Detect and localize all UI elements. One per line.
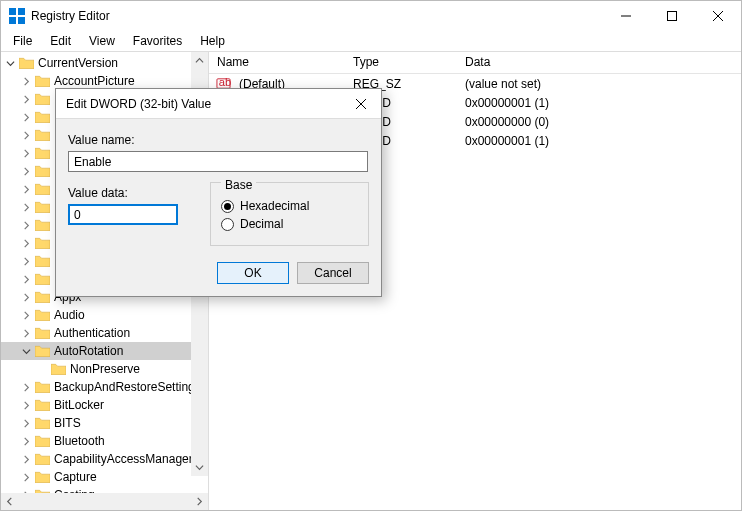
scroll-right-icon[interactable] <box>191 493 208 510</box>
folder-icon <box>34 164 50 178</box>
button-label: OK <box>244 266 261 280</box>
folder-icon <box>34 92 50 106</box>
menu-view[interactable]: View <box>81 32 123 50</box>
close-button[interactable] <box>695 1 741 31</box>
chevron-right-icon[interactable] <box>19 236 33 250</box>
base-legend: Base <box>221 178 256 192</box>
tree-horizontal-scrollbar[interactable] <box>1 493 208 510</box>
window-title: Registry Editor <box>31 9 603 23</box>
ok-button[interactable]: OK <box>217 262 289 284</box>
chevron-right-icon[interactable] <box>19 92 33 106</box>
svg-text:ab: ab <box>218 76 230 88</box>
chevron-right-icon[interactable] <box>19 74 33 88</box>
chevron-right-icon[interactable] <box>19 254 33 268</box>
menu-help[interactable]: Help <box>192 32 233 50</box>
tree-label: NonPreserve <box>70 362 140 376</box>
dialog-body: Value name: Value data: Base Hexadecimal <box>56 119 381 296</box>
tree-label: AccountPicture <box>54 74 135 88</box>
folder-icon <box>34 344 50 358</box>
cell-data: 0x00000000 (0) <box>457 115 741 129</box>
chevron-right-icon[interactable] <box>19 488 33 493</box>
tree-item[interactable]: Capture <box>1 468 208 486</box>
chevron-right-icon[interactable] <box>19 218 33 232</box>
folder-icon <box>34 470 50 484</box>
folder-icon <box>34 218 50 232</box>
chevron-right-icon[interactable] <box>19 164 33 178</box>
tree-item[interactable]: BackupAndRestoreSettings <box>1 378 208 396</box>
scroll-up-icon[interactable] <box>191 52 208 69</box>
folder-icon <box>34 74 50 88</box>
column-data[interactable]: Data <box>457 52 741 73</box>
button-label: Cancel <box>314 266 351 280</box>
tree-label: BitLocker <box>54 398 104 412</box>
chevron-right-icon[interactable] <box>19 146 33 160</box>
tree-item[interactable]: CapabilityAccessManager <box>1 450 208 468</box>
folder-icon <box>34 110 50 124</box>
tree-item[interactable]: BitLocker <box>1 396 208 414</box>
chevron-right-icon[interactable] <box>19 308 33 322</box>
folder-icon <box>34 200 50 214</box>
tree-label: CapabilityAccessManager <box>54 452 193 466</box>
chevron-right-icon[interactable] <box>19 452 33 466</box>
dialog-titlebar[interactable]: Edit DWORD (32-bit) Value <box>56 89 381 119</box>
tree-label: Audio <box>54 308 85 322</box>
minimize-button[interactable] <box>603 1 649 31</box>
folder-icon <box>34 488 50 493</box>
menu-file[interactable]: File <box>5 32 40 50</box>
tree-item[interactable]: Bluetooth <box>1 432 208 450</box>
tree-item[interactable]: AutoRotation <box>1 342 208 360</box>
folder-icon <box>34 452 50 466</box>
chevron-right-icon[interactable] <box>19 416 33 430</box>
scroll-left-icon[interactable] <box>1 493 18 510</box>
folder-icon <box>34 272 50 286</box>
maximize-button[interactable] <box>649 1 695 31</box>
chevron-right-icon[interactable] <box>19 182 33 196</box>
base-fieldset: Base Hexadecimal Decimal <box>210 182 369 246</box>
value-name-input[interactable] <box>68 151 368 172</box>
tree-label: BackupAndRestoreSettings <box>54 380 201 394</box>
chevron-right-icon[interactable] <box>19 290 33 304</box>
scroll-down-icon[interactable] <box>191 459 208 476</box>
value-name-label: Value name: <box>68 133 369 147</box>
cell-data: 0x00000001 (1) <box>457 134 741 148</box>
dialog-close-button[interactable] <box>341 89 381 119</box>
chevron-right-icon[interactable] <box>19 128 33 142</box>
folder-icon <box>34 308 50 322</box>
folder-icon <box>34 380 50 394</box>
menu-edit[interactable]: Edit <box>42 32 79 50</box>
chevron-right-icon[interactable] <box>19 470 33 484</box>
radio-decimal[interactable]: Decimal <box>221 217 358 231</box>
tree-item[interactable]: NonPreserve <box>1 360 208 378</box>
tree-item[interactable]: BITS <box>1 414 208 432</box>
main-window: Registry Editor File Edit View Favorites… <box>0 0 742 511</box>
titlebar: Registry Editor <box>1 1 741 31</box>
chevron-down-icon[interactable] <box>3 56 17 70</box>
tree-item-currentversion[interactable]: CurrentVersion <box>1 54 208 72</box>
column-type[interactable]: Type <box>345 52 457 73</box>
chevron-right-icon[interactable] <box>19 272 33 286</box>
svg-rect-0 <box>9 8 16 15</box>
column-name[interactable]: Name <box>209 52 345 73</box>
chevron-right-icon[interactable] <box>19 200 33 214</box>
tree-item[interactable]: Audio <box>1 306 208 324</box>
radio-label: Decimal <box>240 217 283 231</box>
menu-favorites[interactable]: Favorites <box>125 32 190 50</box>
folder-icon <box>34 326 50 340</box>
tree-spacer <box>35 362 49 376</box>
value-data-input[interactable] <box>68 204 178 225</box>
dialog-title: Edit DWORD (32-bit) Value <box>66 97 341 111</box>
svg-rect-2 <box>9 17 16 24</box>
tree-label: Authentication <box>54 326 130 340</box>
tree-item[interactable]: Authentication <box>1 324 208 342</box>
folder-icon <box>34 434 50 448</box>
chevron-right-icon[interactable] <box>19 398 33 412</box>
chevron-right-icon[interactable] <box>19 380 33 394</box>
chevron-right-icon[interactable] <box>19 326 33 340</box>
cancel-button[interactable]: Cancel <box>297 262 369 284</box>
chevron-right-icon[interactable] <box>19 110 33 124</box>
radio-hexadecimal[interactable]: Hexadecimal <box>221 199 358 213</box>
tree-item[interactable]: Casting <box>1 486 208 493</box>
chevron-down-icon[interactable] <box>19 344 33 358</box>
chevron-right-icon[interactable] <box>19 434 33 448</box>
cell-data: 0x00000001 (1) <box>457 96 741 110</box>
